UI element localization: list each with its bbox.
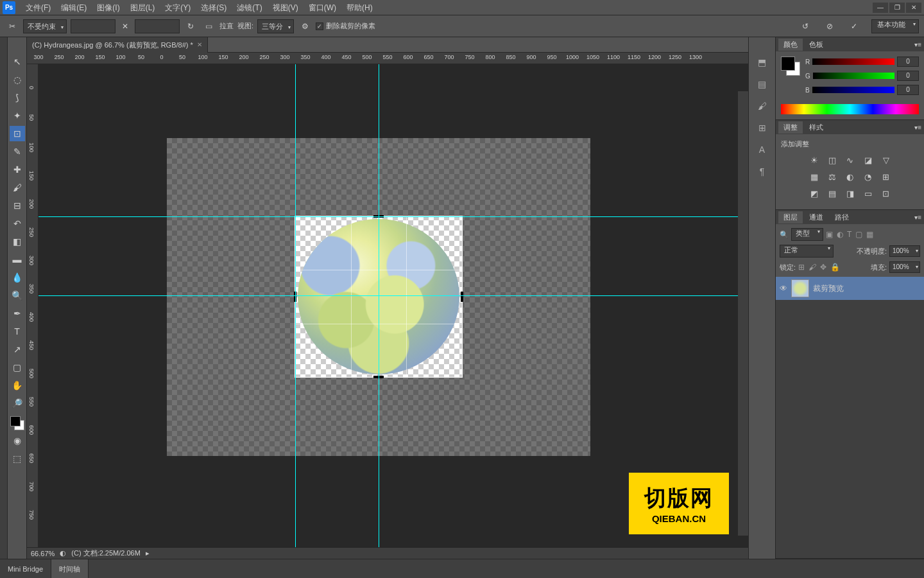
swatches-tab[interactable]: 色板 (804, 39, 828, 51)
wand-tool[interactable]: ✦ (10, 108, 25, 123)
channels-tab[interactable]: 通道 (804, 211, 828, 223)
width-input[interactable] (71, 19, 116, 33)
paths-tab[interactable]: 路径 (830, 211, 854, 223)
lock-position-icon[interactable]: ✥ (820, 263, 826, 272)
shape-tool[interactable]: ▢ (10, 360, 25, 375)
delete-cropped-checkbox[interactable]: ✓ (316, 22, 323, 30)
commit-icon[interactable]: ✓ (847, 19, 861, 33)
bw-icon[interactable]: ◐ (844, 171, 856, 182)
b-slider[interactable] (812, 87, 894, 93)
blend-mode-select[interactable]: 正常 (780, 245, 834, 258)
crop-tool[interactable]: ⊡ (10, 126, 25, 141)
channel-mixer-icon[interactable]: ⊞ (880, 171, 892, 182)
dodge-tool[interactable]: 🔍 (10, 288, 25, 303)
zoom-tool[interactable]: 🔎 (10, 396, 25, 411)
guide-horizontal[interactable] (38, 216, 748, 217)
filter-shape-icon[interactable]: ▢ (855, 230, 862, 239)
settings-gear-icon[interactable]: ⚙ (298, 19, 312, 33)
layers-tab[interactable]: 图层 (778, 211, 803, 223)
type-tool[interactable]: T (10, 324, 25, 339)
zoom-slider-icon[interactable]: ◐ (60, 549, 66, 557)
hue-icon[interactable]: ▦ (809, 171, 820, 182)
color-tab[interactable]: 颜色 (778, 39, 803, 51)
photo-filter-icon[interactable]: ◔ (862, 171, 874, 182)
eyedropper-tool[interactable]: ✎ (10, 144, 25, 159)
straighten-icon[interactable]: ▭ (201, 19, 216, 33)
height-input[interactable] (135, 19, 180, 33)
eraser-tool[interactable]: ◧ (10, 234, 25, 249)
filter-icon[interactable]: 🔍 (780, 231, 789, 239)
filter-pixel-icon[interactable]: ▣ (826, 230, 833, 239)
canvas-viewport[interactable]: 切版网 QIEBAN.CN (38, 64, 748, 547)
selective-color-icon[interactable]: ⊡ (880, 188, 892, 199)
menu-file[interactable]: 文件(F) (21, 0, 56, 15)
blur-tool[interactable]: 💧 (10, 270, 25, 285)
lasso-tool[interactable]: ⟆ (10, 90, 25, 105)
r-input[interactable]: 0 (897, 57, 919, 67)
threshold-icon[interactable]: ◨ (844, 188, 856, 199)
menu-type[interactable]: 文字(Y) (160, 0, 196, 15)
heal-tool[interactable]: ✚ (10, 162, 25, 177)
reset-icon[interactable]: ↺ (798, 19, 812, 33)
fill-input[interactable]: 100% (889, 261, 920, 273)
levels-icon[interactable]: ◫ (826, 154, 838, 166)
styles-tab[interactable]: 样式 (804, 121, 828, 134)
opacity-input[interactable]: 100% (889, 245, 920, 257)
history-panel-icon[interactable]: ⬒ (755, 55, 769, 69)
visibility-icon[interactable]: 👁 (780, 284, 787, 293)
swap-dimensions-icon[interactable]: ✕ (119, 22, 131, 31)
cancel-icon[interactable]: ⊘ (823, 19, 837, 33)
guide-vertical[interactable] (295, 64, 296, 547)
ruler-vertical[interactable]: 0050100150200250300350400450500550600650… (27, 64, 38, 547)
pen-tool[interactable]: ✒ (10, 306, 25, 321)
guide-vertical[interactable] (379, 64, 379, 547)
menu-view[interactable]: 视图(V) (268, 0, 304, 15)
filter-smart-icon[interactable]: ▦ (866, 230, 873, 239)
quickmask-tool[interactable]: ◉ (10, 433, 25, 448)
timeline-tab[interactable]: 时间轴 (51, 559, 89, 579)
actions-panel-icon[interactable]: ▤ (755, 77, 769, 91)
history-brush-tool[interactable]: ↶ (10, 216, 25, 231)
maximize-button[interactable]: ❐ (889, 3, 905, 13)
color-preview[interactable] (781, 57, 800, 76)
adjustments-tab[interactable]: 调整 (778, 121, 803, 134)
document-tab[interactable]: (C) Hydrangeas.jpg @ 66.7% (裁剪预览, RGB/8#… (27, 37, 208, 53)
zoom-value[interactable]: 66.67% (31, 550, 55, 557)
menu-select[interactable]: 选择(S) (196, 0, 232, 15)
path-select-tool[interactable]: ↗ (10, 342, 25, 357)
color-spectrum[interactable] (781, 104, 919, 114)
overlay-view-select[interactable]: 三等分 (257, 19, 294, 33)
paragraph-panel-icon[interactable]: ¶ (755, 164, 769, 179)
vertical-scrollbar[interactable] (738, 91, 748, 536)
ruler-horizontal[interactable]: 3002502001501005005010015020025030035040… (27, 53, 748, 64)
g-input[interactable]: 0 (897, 71, 919, 81)
menu-filter[interactable]: 滤镜(T) (232, 0, 267, 15)
close-tab-icon[interactable]: ✕ (197, 37, 202, 53)
layer-thumbnail[interactable] (791, 279, 809, 297)
menu-window[interactable]: 窗口(W) (304, 0, 341, 15)
brush-tool[interactable]: 🖌 (10, 180, 25, 195)
brush-panel-icon[interactable]: 🖌 (755, 99, 769, 113)
clone-panel-icon[interactable]: ⊞ (755, 121, 769, 135)
mini-bridge-tab[interactable]: Mini Bridge (0, 559, 51, 579)
panel-menu-icon[interactable]: ▾≡ (914, 214, 921, 221)
layer-row[interactable]: 👁 裁剪预览 (776, 277, 924, 300)
status-chevron-icon[interactable]: ▸ (146, 549, 150, 557)
gradient-tool[interactable]: ▬ (10, 252, 25, 267)
color-swatch[interactable] (10, 416, 24, 430)
invert-icon[interactable]: ◩ (809, 188, 820, 199)
lock-pixels-icon[interactable]: 🖌 (809, 263, 816, 272)
balance-icon[interactable]: ⚖ (826, 171, 838, 182)
move-tool[interactable]: ↖ (10, 54, 25, 69)
filter-type-select[interactable]: 类型 (791, 228, 823, 241)
filter-adj-icon[interactable]: ◐ (837, 230, 843, 239)
lock-all-icon[interactable]: 🔒 (830, 263, 840, 272)
menu-image[interactable]: 图像(I) (92, 0, 124, 15)
menu-edit[interactable]: 编辑(E) (56, 0, 92, 15)
lock-transparent-icon[interactable]: ⊞ (798, 263, 805, 272)
marquee-tool[interactable]: ◌ (10, 72, 25, 87)
stamp-tool[interactable]: ⊟ (10, 198, 25, 213)
menu-layer[interactable]: 图层(L) (125, 0, 160, 15)
brightness-icon[interactable]: ☀ (809, 154, 820, 166)
vibrance-icon[interactable]: ▽ (880, 154, 892, 166)
